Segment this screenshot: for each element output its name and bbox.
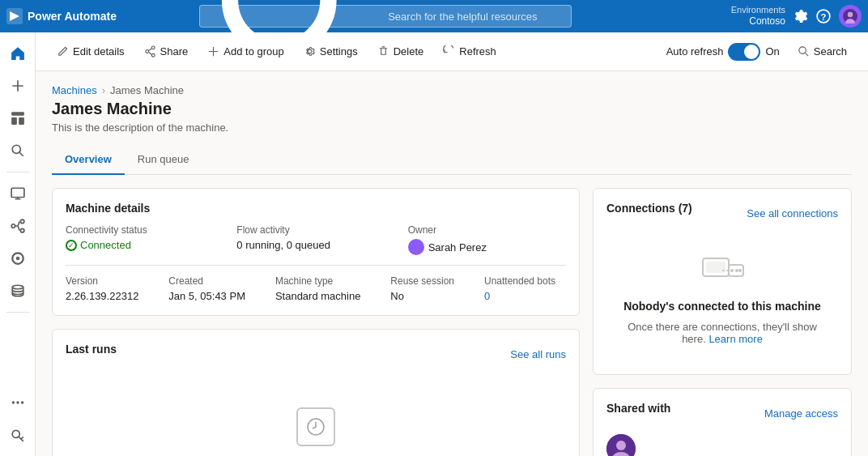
settings-label: Settings	[320, 45, 358, 58]
connections-learn-more-link[interactable]: Learn more	[708, 333, 762, 345]
svg-point-16	[20, 219, 24, 224]
svg-rect-10	[11, 117, 17, 125]
svg-point-28	[799, 47, 806, 53]
sidebar-item-templates[interactable]	[3, 104, 32, 133]
breadcrumb-current: James Machine	[110, 84, 184, 96]
svg-point-24	[151, 46, 155, 49]
breadcrumb: Machines › James Machine	[52, 84, 852, 96]
last-runs-card: Last runs See all runs No desktop flows …	[52, 329, 580, 456]
shared-with-card: Shared with Manage access	[593, 388, 852, 456]
page-content: Machines › James Machine James Machine T…	[36, 71, 868, 456]
add-icon	[207, 45, 219, 58]
created-group: Created Jan 5, 05:43 PM	[168, 275, 256, 302]
see-all-runs-link[interactable]: See all runs	[510, 348, 566, 360]
last-runs-empty-state: No desktop flows have run on this machin…	[66, 375, 566, 456]
sidebar-item-more[interactable]	[3, 388, 32, 417]
connections-card: Connections (7) See all connections	[593, 188, 852, 375]
connections-title: Connections (7)	[606, 202, 692, 215]
svg-text:?: ?	[821, 11, 827, 21]
svg-point-26	[151, 53, 155, 57]
version-label: Version	[66, 275, 149, 287]
svg-point-19	[12, 285, 23, 289]
history-icon	[306, 417, 326, 437]
unattended-bots-group: Unattended bots 0	[484, 275, 566, 302]
page-tabs: Overview Run queue	[52, 147, 852, 175]
connections-header: Connections (7) See all connections	[606, 202, 838, 224]
flow-activity-label: Flow activity	[236, 224, 394, 236]
shared-user-avatar	[606, 434, 636, 456]
settings-icon	[304, 45, 316, 58]
search-icon	[798, 45, 810, 58]
unattended-bots-value: 0	[484, 290, 566, 302]
help-icon[interactable]: ?	[816, 9, 831, 23]
edit-details-button[interactable]: Edit details	[49, 40, 133, 62]
svg-point-17	[20, 228, 24, 232]
toggle-knob	[744, 45, 759, 59]
environment-name: Contoso	[731, 15, 785, 28]
auto-refresh-label: Auto refresh	[666, 45, 724, 58]
connectivity-group: Connectivity status Connected	[66, 224, 223, 255]
manage-access-link[interactable]: Manage access	[764, 407, 838, 420]
svg-point-20	[11, 401, 14, 403]
connections-empty-state: Nobody's connected to this machine Once …	[606, 234, 838, 361]
svg-line-29	[805, 53, 808, 56]
svg-point-21	[16, 401, 19, 403]
last-runs-header: Last runs See all runs	[66, 343, 566, 365]
svg-rect-9	[11, 112, 24, 116]
settings-icon[interactable]	[794, 9, 808, 23]
user-avatar[interactable]	[839, 5, 862, 28]
environment-label: Environments	[731, 4, 785, 15]
sidebar-item-process[interactable]	[3, 211, 32, 241]
unattended-bots-link[interactable]: 0	[484, 290, 490, 302]
sidebar-item-key[interactable]	[3, 420, 32, 450]
flow-activity-group: Flow activity 0 running, 0 queued	[236, 224, 394, 255]
breadcrumb-parent[interactable]: Machines	[52, 84, 97, 96]
delete-button[interactable]: Delete	[369, 40, 432, 62]
sidebar	[0, 32, 36, 456]
connections-empty-icon	[700, 250, 745, 289]
global-search-bar[interactable]	[199, 5, 572, 28]
reuse-session-label: Reuse session	[390, 275, 465, 287]
owner-group: Owner Sarah Perez	[408, 224, 566, 255]
sidebar-item-add[interactable]	[3, 71, 32, 100]
created-label: Created	[168, 275, 256, 287]
search-label: Search	[814, 45, 847, 58]
refresh-button[interactable]: Refresh	[435, 40, 504, 62]
top-nav-right: Environments Contoso ?	[731, 4, 862, 28]
tab-run-queue[interactable]: Run queue	[125, 147, 202, 175]
tab-overview[interactable]: Overview	[52, 147, 125, 175]
machine-type-value: Standard machine	[275, 290, 371, 302]
refresh-icon	[443, 45, 455, 58]
machine-type-group: Machine type Standard machine	[275, 275, 371, 302]
svg-rect-11	[19, 117, 24, 125]
refresh-label: Refresh	[459, 45, 496, 58]
svg-line-13	[19, 152, 23, 156]
add-to-group-label: Add to group	[223, 45, 283, 58]
sidebar-divider	[6, 172, 29, 173]
status-connected-icon	[66, 240, 77, 251]
sidebar-item-search[interactable]	[3, 136, 32, 165]
owner-value: Sarah Perez	[408, 239, 566, 255]
connections-empty-title: Nobody's connected to this machine	[623, 300, 821, 313]
sidebar-item-data[interactable]	[3, 276, 32, 305]
sidebar-item-home[interactable]	[3, 39, 32, 68]
svg-point-34	[730, 269, 734, 272]
sidebar-item-ai[interactable]	[3, 244, 32, 273]
add-to-group-button[interactable]: Add to group	[199, 40, 291, 62]
search-button[interactable]: Search	[789, 40, 855, 62]
auto-refresh-toggle[interactable]	[728, 43, 760, 61]
svg-point-27	[308, 49, 312, 53]
last-runs-title: Last runs	[66, 343, 117, 356]
share-icon	[144, 45, 156, 58]
delete-icon	[377, 45, 389, 58]
sidebar-item-monitor[interactable]	[3, 179, 32, 208]
settings-button[interactable]: Settings	[296, 40, 366, 62]
shared-with-title: Shared with	[606, 402, 670, 415]
global-search-input[interactable]	[388, 11, 563, 23]
page-title: James Machine	[52, 100, 852, 118]
version-group: Version 2.26.139.22312	[66, 275, 149, 302]
see-all-connections-link[interactable]: See all connections	[747, 207, 838, 219]
connections-icon	[700, 250, 745, 292]
share-button[interactable]: Share	[136, 40, 197, 62]
page-description: This is the description of the machine.	[52, 121, 852, 134]
